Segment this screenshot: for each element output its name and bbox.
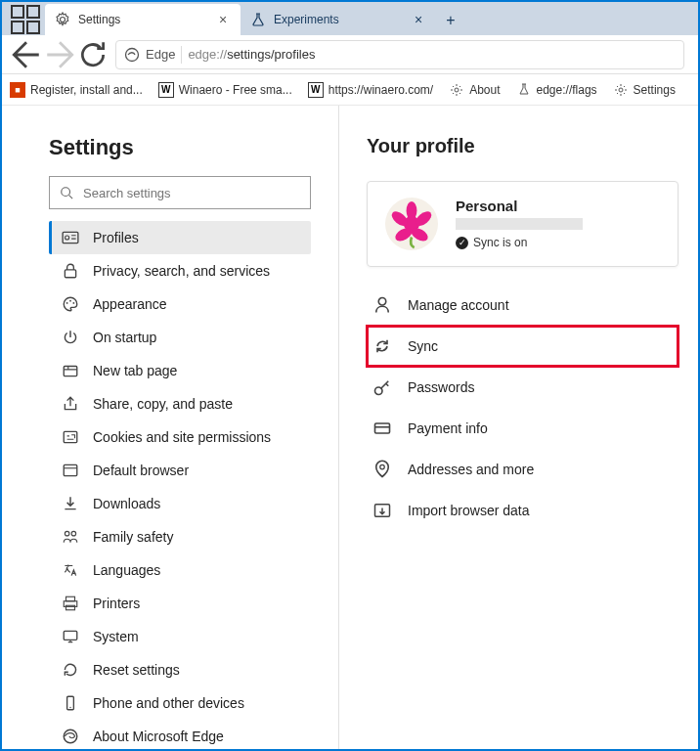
forward-button[interactable] <box>43 38 76 71</box>
profile-email-redacted <box>456 218 583 230</box>
tab-label: Experiments <box>274 13 403 26</box>
profile-card[interactable]: Personal ✓ Sync is on <box>367 181 678 267</box>
gear-icon <box>613 82 629 98</box>
bookmark-label: About <box>469 83 500 97</box>
new-tab-button[interactable]: + <box>436 6 465 35</box>
bookmark-label: edge://flags <box>537 83 597 97</box>
svg-point-17 <box>65 531 69 536</box>
lock-icon <box>62 262 79 280</box>
sidebar-item-label: Share, copy, and paste <box>93 396 233 412</box>
bookmark-item[interactable]: W Winaero - Free sma... <box>158 82 292 98</box>
search-input[interactable] <box>83 186 300 200</box>
tab-icon <box>62 362 79 379</box>
sidebar-item-privacy-search-and-services[interactable]: Privacy, search, and services <box>49 254 311 287</box>
sidebar-title: Settings <box>49 135 311 160</box>
person-icon <box>372 295 392 315</box>
separator <box>181 46 182 64</box>
sidebar-item-system[interactable]: System <box>49 620 311 653</box>
tab-experiments[interactable]: Experiments × <box>241 4 436 35</box>
svg-point-18 <box>71 531 76 536</box>
address-bar[interactable]: Edge edge://settings/profiles <box>115 40 684 69</box>
menu-item-passwords[interactable]: Passwords <box>367 367 678 408</box>
bookmark-item[interactable]: Settings <box>613 82 676 98</box>
svg-point-24 <box>69 707 70 708</box>
menu-item-label: Import browser data <box>408 503 530 518</box>
app-menu-icon[interactable] <box>6 4 45 35</box>
language-icon <box>62 561 79 579</box>
sidebar-item-label: System <box>93 629 139 644</box>
bookmark-item[interactable]: W https://winaero.com/ <box>308 82 433 98</box>
svg-point-7 <box>62 188 70 197</box>
svg-rect-19 <box>66 596 75 601</box>
sidebar-item-on-startup[interactable]: On startup <box>49 321 311 354</box>
main-panel: Your profile Personal ✓ Sync is o <box>339 106 698 749</box>
sidebar-item-label: Reset settings <box>93 662 180 678</box>
gear-icon <box>449 82 464 98</box>
svg-point-11 <box>66 302 68 304</box>
sidebar-item-family-safety[interactable]: Family safety <box>49 520 311 553</box>
svg-rect-16 <box>64 464 77 475</box>
addr-url: edge://settings/profiles <box>188 47 315 62</box>
svg-point-12 <box>69 300 71 302</box>
sidebar-item-label: Profiles <box>93 230 139 245</box>
gear-icon <box>55 12 70 27</box>
menu-item-addresses-and-more[interactable]: Addresses and more <box>367 449 678 490</box>
tab-label: Settings <box>78 13 207 26</box>
svg-point-35 <box>380 464 385 469</box>
svg-point-4 <box>126 48 139 61</box>
bookmark-item[interactable]: ■ Register, install and... <box>10 82 143 98</box>
sidebar-item-printers[interactable]: Printers <box>49 587 311 620</box>
edge-icon <box>62 728 79 745</box>
svg-point-13 <box>72 302 74 304</box>
back-button[interactable] <box>10 38 43 71</box>
bookmark-label: Winaero - Free sma... <box>179 83 292 97</box>
addr-edge-label: Edge <box>146 47 175 62</box>
profile-info: Personal ✓ Sync is on <box>456 198 583 250</box>
refresh-button[interactable] <box>76 38 109 71</box>
search-box[interactable] <box>49 176 311 209</box>
close-icon[interactable]: × <box>215 12 231 27</box>
svg-rect-10 <box>65 270 75 278</box>
sidebar-item-label: Phone and other devices <box>93 695 244 711</box>
sidebar-item-new-tab-page[interactable]: New tab page <box>49 354 311 387</box>
bookmark-item[interactable]: edge://flags <box>516 82 597 98</box>
menu-item-payment-info[interactable]: Payment info <box>367 408 678 449</box>
avatar <box>385 198 438 250</box>
browser-icon <box>62 462 79 479</box>
sidebar-item-reset-settings[interactable]: Reset settings <box>49 653 311 686</box>
sidebar-item-cookies-and-site-permissions[interactable]: Cookies and site permissions <box>49 420 311 454</box>
sidebar-item-about-microsoft-edge[interactable]: About Microsoft Edge <box>49 720 311 749</box>
bookmark-item[interactable]: About <box>449 82 500 98</box>
power-icon <box>62 329 79 346</box>
toolbar: Edge edge://settings/profiles <box>2 35 698 74</box>
svg-point-5 <box>455 88 459 92</box>
sidebar-item-share-copy-and-paste[interactable]: Share, copy, and paste <box>49 387 311 420</box>
sidebar-item-phone-and-other-devices[interactable]: Phone and other devices <box>49 686 311 720</box>
menu-item-manage-account[interactable]: Manage account <box>367 285 678 326</box>
menu-item-label: Addresses and more <box>408 462 534 477</box>
svg-rect-22 <box>64 631 77 640</box>
menu-item-label: Payment info <box>408 420 488 436</box>
svg-rect-14 <box>64 367 77 376</box>
menu-item-sync[interactable]: Sync <box>367 326 678 367</box>
sidebar-item-languages[interactable]: Languages <box>49 553 311 587</box>
svg-rect-1 <box>27 6 39 18</box>
sidebar-item-label: Languages <box>93 562 160 578</box>
close-icon[interactable]: × <box>411 12 426 27</box>
bookmark-icon: ■ <box>10 82 25 98</box>
svg-point-32 <box>378 298 386 306</box>
tab-settings[interactable]: Settings × <box>45 4 241 35</box>
sidebar-item-label: Printers <box>93 596 140 611</box>
sidebar-item-downloads[interactable]: Downloads <box>49 487 311 520</box>
sidebar-item-default-browser[interactable]: Default browser <box>49 454 311 487</box>
svg-point-6 <box>619 88 623 92</box>
sidebar-item-label: About Microsoft Edge <box>93 729 224 744</box>
sidebar-item-profiles[interactable]: Profiles <box>49 221 311 254</box>
family-icon <box>62 528 79 546</box>
sync-icon <box>372 336 392 356</box>
sidebar-item-label: New tab page <box>93 363 177 378</box>
svg-rect-0 <box>12 6 23 18</box>
page-title: Your profile <box>367 135 678 157</box>
sidebar-item-appearance[interactable]: Appearance <box>49 287 311 321</box>
menu-item-import-browser-data[interactable]: Import browser data <box>367 490 678 531</box>
